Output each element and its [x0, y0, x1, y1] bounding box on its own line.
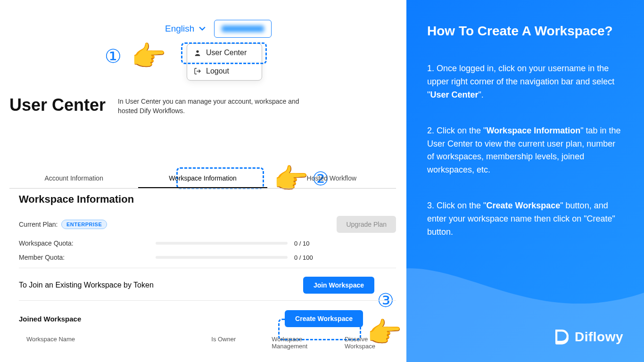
workspace-quota-label: Workspace Quota: [19, 239, 156, 247]
logo-icon [554, 329, 570, 345]
col-workspace-name: Workspace Name [19, 333, 206, 353]
menu-item-label: Logout [206, 67, 229, 75]
user-account-chip[interactable] [214, 20, 272, 38]
divider [19, 268, 396, 268]
language-selector[interactable]: English [165, 24, 206, 34]
menu-item-user-center[interactable]: User Center [187, 44, 262, 62]
workspace-quota-bar [156, 242, 288, 245]
col-is-owner: Is Owner [206, 333, 267, 353]
user-dropdown-menu: User Center Logout [187, 43, 262, 81]
guide-step-3: 3. Click on the "Create Workspace" butto… [427, 199, 623, 239]
col-dissolve-workspace: Dissolve Workspace [340, 333, 396, 353]
workspace-table-header: Workspace Name Is Owner Workspace Manage… [19, 333, 396, 353]
tab-workspace-information[interactable]: Workspace Information [138, 174, 267, 188]
username-blurred [222, 25, 264, 32]
menu-item-label: User Center [206, 49, 247, 57]
language-label: English [165, 24, 194, 34]
col-workspace-management: Workspace Management [267, 333, 340, 353]
member-quota-value: 0 / 100 [294, 254, 313, 261]
pointer-hand-icon: 👉 [131, 40, 166, 73]
create-workspace-button[interactable]: Create Workspace [285, 310, 363, 327]
page-title: User Center [9, 95, 106, 115]
logout-icon [194, 67, 201, 75]
tab-hosted-workflow[interactable]: Hosted Workflow [267, 174, 396, 188]
guide-step-1: 1. Once logged in, click on your usernam… [427, 62, 623, 102]
chevron-down-icon [199, 25, 206, 32]
guide-title: How To Create A Workspace? [427, 24, 623, 39]
tabs-container: Account Information Workspace Informatio… [9, 174, 396, 189]
guide-step-2: 2. Click on the "Workspace Information" … [427, 124, 623, 177]
divider [19, 300, 396, 301]
upgrade-plan-button[interactable]: Upgrade Plan [337, 216, 396, 233]
menu-item-logout[interactable]: Logout [187, 62, 262, 80]
plan-badge: ENTERPRISE [61, 220, 107, 229]
member-quota-bar [156, 256, 288, 259]
joined-workspace-title: Joined Workspace [19, 315, 81, 323]
workspace-quota-value: 0 / 10 [294, 240, 310, 247]
annotation-number-1: ① [105, 45, 122, 67]
svg-point-0 [196, 50, 198, 53]
current-plan-label: Current Plan: [19, 221, 61, 228]
brand-logo: Diflowy [554, 329, 623, 345]
page-description: In User Center you can manage your accou… [118, 97, 321, 115]
join-workspace-button[interactable]: Join Workspace [303, 277, 374, 294]
section-title: Workspace Information [19, 193, 396, 206]
member-quota-label: Member Quota: [19, 254, 156, 261]
logo-text: Diflowy [575, 329, 623, 345]
tab-account-information[interactable]: Account Information [9, 174, 138, 188]
join-workspace-label: To Join an Existing Workspace by Token [19, 281, 154, 289]
user-icon [194, 49, 201, 57]
